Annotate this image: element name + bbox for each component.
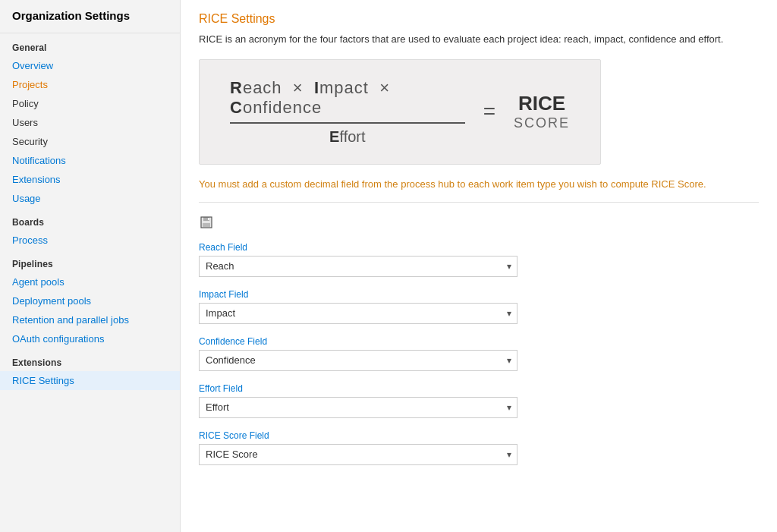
effort-select[interactable]: Effort	[199, 397, 517, 418]
rice-fraction: Reach × Impact × Confidence Effort	[230, 78, 465, 146]
sidebar-item-users[interactable]: Users	[0, 113, 180, 132]
effort-field-label: Effort Field	[199, 383, 517, 394]
intro-text: RICE is an acronym for the four factors …	[199, 32, 759, 47]
confidence-select[interactable]: Confidence	[199, 350, 517, 371]
sidebar-item-projects[interactable]: Projects	[0, 75, 180, 94]
impact-field-label: Impact Field	[199, 289, 517, 300]
confidence-select-wrapper: Confidence	[199, 350, 517, 371]
sidebar-item-extensions-gen[interactable]: Extensions	[0, 170, 180, 189]
impact-field-group: Impact Field Impact	[199, 289, 517, 324]
save-row	[199, 215, 759, 230]
sidebar-item-overview[interactable]: Overview	[0, 56, 180, 75]
form-section: Reach Field Reach Impact Field Impact Co…	[199, 242, 517, 465]
sidebar-section-general: General	[0, 33, 180, 56]
rice-formula-box: Reach × Impact × Confidence Effort = RIC…	[199, 59, 601, 165]
reach-select[interactable]: Reach	[199, 256, 517, 277]
reach-field-label: Reach Field	[199, 242, 517, 253]
rice-score-label: RICE	[514, 92, 570, 115]
warning-message: You must add a custom decimal field from…	[199, 178, 759, 190]
sidebar-item-security[interactable]: Security	[0, 132, 180, 151]
reach-select-wrapper: Reach	[199, 256, 517, 277]
impact-select[interactable]: Impact	[199, 303, 517, 324]
rice-score-result: RICE SCORE	[514, 92, 570, 131]
page-title: RICE Settings	[199, 12, 759, 26]
rice-divider	[230, 122, 465, 124]
sidebar-item-rice-settings[interactable]: RICE Settings	[0, 371, 180, 390]
rice-score-select-wrapper: RICE Score	[199, 444, 517, 465]
sidebar-item-retention[interactable]: Retention and parallel jobs	[0, 310, 180, 329]
svg-rect-3	[203, 223, 210, 227]
org-settings-title: Organization Settings	[0, 0, 180, 33]
rice-score-field-group: RICE Score Field RICE Score	[199, 430, 517, 465]
rice-score-select[interactable]: RICE Score	[199, 444, 517, 465]
sidebar-section-pipelines: Pipelines	[0, 250, 180, 272]
confidence-field-group: Confidence Field Confidence	[199, 336, 517, 371]
sidebar-item-usage[interactable]: Usage	[0, 189, 180, 208]
rice-denominator: Effort	[329, 128, 365, 146]
rice-equals: =	[483, 99, 495, 124]
svg-rect-4	[208, 218, 209, 220]
rice-score-sub: SCORE	[514, 115, 570, 131]
sidebar: Organization Settings General Overview P…	[0, 0, 181, 532]
sidebar-item-process[interactable]: Process	[0, 231, 180, 250]
sidebar-section-boards: Boards	[0, 208, 180, 231]
main-content: RICE Settings RICE is an acronym for the…	[181, 0, 777, 532]
sidebar-item-agent-pools[interactable]: Agent pools	[0, 272, 180, 291]
confidence-field-label: Confidence Field	[199, 336, 517, 347]
effort-field-group: Effort Field Effort	[199, 383, 517, 418]
sidebar-item-deployment-pools[interactable]: Deployment pools	[0, 291, 180, 310]
sidebar-item-notifications[interactable]: Notifications	[0, 151, 180, 170]
reach-field-group: Reach Field Reach	[199, 242, 517, 277]
save-icon[interactable]	[199, 215, 214, 230]
sidebar-item-oauth[interactable]: OAuth configurations	[0, 329, 180, 348]
impact-select-wrapper: Impact	[199, 303, 517, 324]
divider	[199, 202, 759, 203]
rice-score-field-label: RICE Score Field	[199, 430, 517, 441]
rice-numerator: Reach × Impact × Confidence	[230, 78, 465, 118]
effort-select-wrapper: Effort	[199, 397, 517, 418]
sidebar-section-extensions: Extensions	[0, 348, 180, 371]
sidebar-item-policy[interactable]: Policy	[0, 94, 180, 113]
